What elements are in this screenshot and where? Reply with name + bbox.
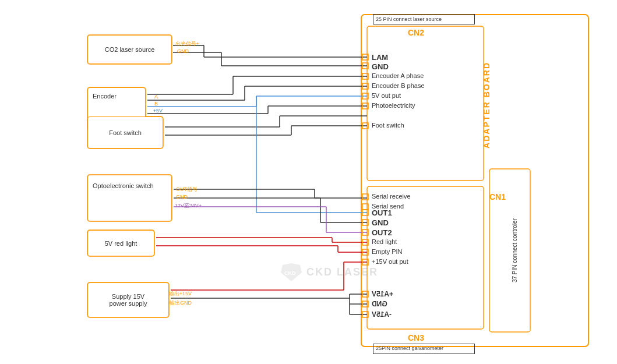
diagram-container: CO2 laser source 出光信号+ GND Encoder A B +… [0, 0, 617, 364]
logo-watermark: CKD CKD LASER [280, 262, 378, 282]
pin-enc-a: Encouder A phase [372, 72, 424, 79]
foot-switch-box: Foot switch [87, 116, 163, 149]
enc-sig-5v: +5V [153, 108, 163, 114]
cn3-label: CN3 [408, 333, 424, 342]
pin-photo: Photoelectricity [372, 102, 415, 109]
pwr-sig-plus: 输出+15V [169, 290, 192, 298]
pin-enc-b: Encouder B phase [372, 82, 425, 89]
opto-switch-box: Optoelectronic switch OUT信号 GND 12V至24V+ [87, 175, 172, 221]
opto-sig-12v: 12V至24V+ [175, 202, 202, 210]
enc-sig-a: A [154, 94, 158, 100]
cn2-label: CN2 [408, 28, 424, 37]
co2-signal-2: GND [177, 48, 189, 54]
pin-footsw: Foot switch [372, 122, 404, 129]
cn2-desc-box [373, 14, 475, 24]
logo-text: CKD LASER [306, 266, 378, 278]
pin-cn3-2: GND [372, 300, 387, 308]
pin-red-light: Red light [372, 238, 397, 245]
power-supply-box: Supply 15Vpower supply 输出+15V 输出GND [87, 282, 169, 317]
pin-empty: Empty PIN [372, 248, 403, 255]
pin-lam: LAM [372, 53, 388, 62]
pin-cn3-3: -A15V [372, 310, 392, 319]
co2-laser-label: CO2 laser source [105, 46, 155, 53]
svg-text:CKD: CKD [284, 270, 296, 276]
enc-sig-b: B [154, 101, 158, 107]
adapter-board-vertical-text: ADAPTER BOARD [478, 47, 495, 163]
encoder-label: Encoder [93, 93, 117, 100]
pin-out2: OUT2 [372, 228, 392, 237]
opto-sig-out: OUT信号 [176, 186, 198, 193]
opto-sig-gnd: GND [176, 194, 188, 200]
cn1-desc-vertical: 37 PIN connect controler [497, 172, 532, 329]
pin-gnd-cn1: GND [372, 218, 389, 227]
co2-laser-box: CO2 laser source 出光信号+ GND [87, 35, 172, 64]
co2-signal-1: 出光信号+ [175, 40, 199, 48]
cn3-desc: 25PIN connect galvanometer [376, 345, 443, 351]
red-light-label: 5V red light [105, 240, 137, 247]
foot-switch-label: Foot switch [109, 129, 142, 136]
pin-gnd-cn2: GND [372, 62, 389, 71]
pin-cn3-1: +A15V [372, 290, 393, 298]
pin-out1: OUT1 [372, 208, 392, 217]
pwr-sig-gnd: 输出GND [170, 299, 192, 307]
power-supply-label: Supply 15Vpower supply [110, 293, 147, 307]
red-light-box: 5V red light [87, 230, 154, 256]
pin-ser-rx: Serial receive [372, 193, 411, 200]
pin-5v: 5V out put [372, 92, 401, 99]
opto-switch-label: Optoelectronic switch [93, 182, 154, 189]
